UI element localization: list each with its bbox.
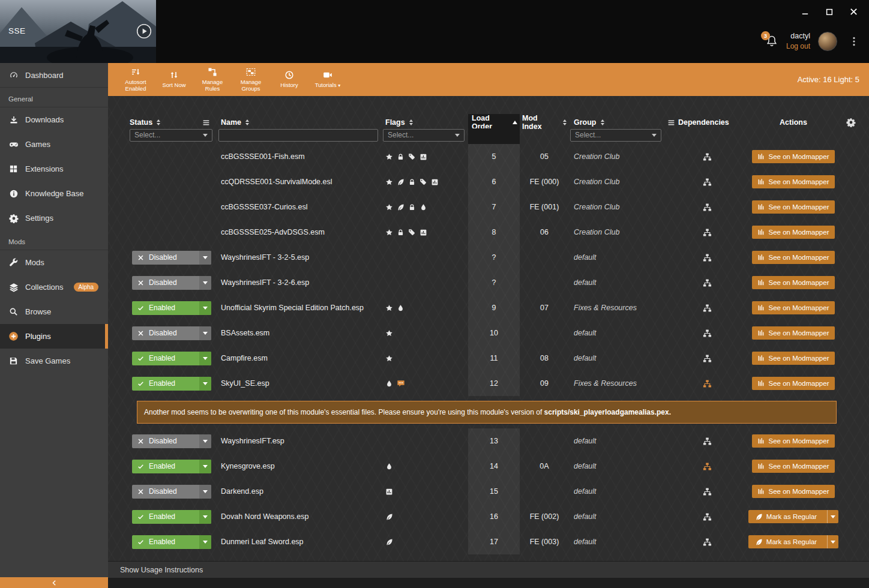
plugin-group[interactable]: default <box>574 437 597 445</box>
plugin-name[interactable]: BSAssets.esm <box>221 329 269 337</box>
see-on-modmapper-button[interactable]: See on Modmapper <box>752 352 835 365</box>
sidebar-item-extensions[interactable]: Extensions <box>0 157 108 181</box>
see-on-modmapper-button[interactable]: See on Modmapper <box>752 434 835 448</box>
status-dropdown-caret[interactable] <box>199 377 211 391</box>
flags-filter-select[interactable]: Select... <box>383 129 465 142</box>
plugin-name[interactable]: SkyUI_SE.esp <box>221 379 269 388</box>
plugin-group[interactable]: default <box>574 512 597 521</box>
plugin-status-toggle[interactable]: Disabled <box>132 434 211 448</box>
plugin-name[interactable]: Kynesgrove.esp <box>221 462 275 470</box>
dependencies-icon[interactable] <box>703 278 712 287</box>
plugin-group[interactable]: Creation Club <box>574 203 619 211</box>
plugin-status-toggle[interactable]: Enabled <box>132 352 211 365</box>
status-dropdown-caret[interactable] <box>199 276 211 290</box>
sidebar-item-mods[interactable]: Mods <box>0 250 108 275</box>
see-on-modmapper-button[interactable]: See on Modmapper <box>752 150 835 163</box>
plugin-name[interactable]: Campfire.esm <box>221 354 268 362</box>
game-banner[interactable]: SSE <box>0 0 156 63</box>
plugin-group[interactable]: Creation Club <box>574 228 619 236</box>
plugin-status-toggle[interactable]: Disabled <box>132 485 211 499</box>
sidebar-item-plugins[interactable]: Plugins <box>0 324 108 349</box>
status-dropdown-caret[interactable] <box>199 485 211 499</box>
dependencies-icon[interactable] <box>703 304 712 313</box>
plugin-status-toggle[interactable]: Disabled <box>132 326 211 340</box>
status-dropdown-caret[interactable] <box>199 326 211 340</box>
dependencies-icon[interactable] <box>703 538 712 547</box>
plugin-status-toggle[interactable]: Enabled <box>132 535 211 549</box>
plugin-name[interactable]: Dovah Nord Weapons.esp <box>221 512 308 521</box>
plugin-name[interactable]: ccQDRSSE001-SurvivalMode.esl <box>221 178 332 186</box>
plugin-name[interactable]: WayshrinesIFT - 3-2-6.esp <box>221 278 309 287</box>
overflow-menu-button[interactable] <box>849 36 859 47</box>
plugin-name[interactable]: Unofficial Skyrim Special Edition Patch.… <box>221 304 364 312</box>
see-on-modmapper-button[interactable]: See on Modmapper <box>752 485 835 498</box>
sidebar-item-browse[interactable]: Browse <box>0 299 108 324</box>
plugin-status-toggle[interactable]: Enabled <box>132 510 211 524</box>
plugin-group[interactable]: default <box>574 278 597 287</box>
plugin-name[interactable]: WayshrinesIFT - 3-2-5.esp <box>221 253 309 262</box>
toolbar-button-history[interactable]: History <box>270 63 308 96</box>
plugin-name[interactable]: ccBGSSSE001-Fish.esm <box>221 152 305 161</box>
logout-link[interactable]: Log out <box>786 41 810 51</box>
toolbar-button-manage-groups[interactable]: Manage Groups <box>232 63 270 96</box>
plugin-name[interactable]: Darkend.esp <box>221 487 263 496</box>
mark-as-regular-button[interactable]: Mark as Regular <box>748 510 838 523</box>
dependencies-icon[interactable] <box>703 228 712 237</box>
dependencies-icon[interactable] <box>703 512 712 521</box>
plugin-group[interactable]: default <box>574 538 597 546</box>
plugin-status-toggle[interactable]: Enabled <box>132 460 211 473</box>
plugin-group[interactable]: default <box>574 487 597 496</box>
maximize-button[interactable] <box>825 8 834 16</box>
sidebar-item-knowledge-base[interactable]: Knowledge Base <box>0 181 108 206</box>
sidebar-item-collections[interactable]: CollectionsAlpha <box>0 275 108 299</box>
minimize-button[interactable] <box>801 7 810 16</box>
status-dropdown-caret[interactable] <box>199 510 211 524</box>
column-menu-icon[interactable] <box>202 119 210 127</box>
dependencies-icon[interactable] <box>703 462 712 471</box>
mark-as-regular-button[interactable]: Mark as Regular <box>748 535 838 548</box>
sidebar-item-dashboard[interactable]: Dashboard <box>0 63 108 88</box>
sidebar-item-games[interactable]: Games <box>0 132 108 157</box>
plugin-group[interactable]: default <box>574 354 597 362</box>
column-menu-icon[interactable] <box>667 119 675 127</box>
plugin-name[interactable]: Dunmeri Leaf Sword.esp <box>221 538 304 546</box>
status-dropdown-caret[interactable] <box>199 352 211 365</box>
see-on-modmapper-button[interactable]: See on Modmapper <box>752 276 835 289</box>
table-settings-gear-icon[interactable] <box>846 118 856 127</box>
see-on-modmapper-button[interactable]: See on Modmapper <box>752 251 835 264</box>
group-filter-select[interactable]: Select... <box>570 129 661 142</box>
name-filter-input[interactable] <box>218 129 378 142</box>
see-on-modmapper-button[interactable]: See on Modmapper <box>752 460 835 473</box>
dependencies-icon[interactable] <box>703 487 712 496</box>
status-dropdown-caret[interactable] <box>199 460 211 473</box>
plugin-group[interactable]: Creation Club <box>574 178 619 186</box>
toolbar-button-manage-rules[interactable]: Manage Rules <box>193 63 232 96</box>
avatar[interactable] <box>818 32 837 51</box>
see-on-modmapper-button[interactable]: See on Modmapper <box>752 377 835 390</box>
plugin-group[interactable]: default <box>574 462 597 470</box>
play-button[interactable] <box>136 23 152 39</box>
dependencies-icon[interactable] <box>703 379 712 388</box>
see-on-modmapper-button[interactable]: See on Modmapper <box>752 301 835 314</box>
status-dropdown-caret[interactable] <box>199 251 211 265</box>
see-on-modmapper-button[interactable]: See on Modmapper <box>752 226 835 239</box>
plugin-status-toggle[interactable]: Disabled <box>132 251 211 265</box>
sidebar-item-settings[interactable]: Settings <box>0 206 108 230</box>
status-dropdown-caret[interactable] <box>199 301 211 315</box>
plugin-group[interactable]: Creation Club <box>574 152 619 161</box>
usage-instructions-label[interactable]: Show Usage Instructions <box>120 566 203 574</box>
dependencies-icon[interactable] <box>703 354 712 363</box>
status-filter-select[interactable]: Select... <box>130 129 212 142</box>
close-button[interactable] <box>849 7 858 16</box>
plugin-status-toggle[interactable]: Disabled <box>132 276 211 290</box>
plugin-status-toggle[interactable]: Enabled <box>132 377 211 391</box>
dependencies-icon[interactable] <box>703 437 712 446</box>
plugin-name[interactable]: WayshrinesIFT.esp <box>221 437 284 445</box>
see-on-modmapper-button[interactable]: See on Modmapper <box>752 175 835 188</box>
plugin-group[interactable]: Fixes & Resources <box>574 304 637 312</box>
see-on-modmapper-button[interactable]: See on Modmapper <box>752 200 835 214</box>
dependencies-icon[interactable] <box>703 253 712 262</box>
plugin-group[interactable]: default <box>574 329 597 337</box>
sidebar-item-save-games[interactable]: Save Games <box>0 349 108 373</box>
toolbar-button-tutorials[interactable]: Tutorials ▾ <box>308 63 347 96</box>
